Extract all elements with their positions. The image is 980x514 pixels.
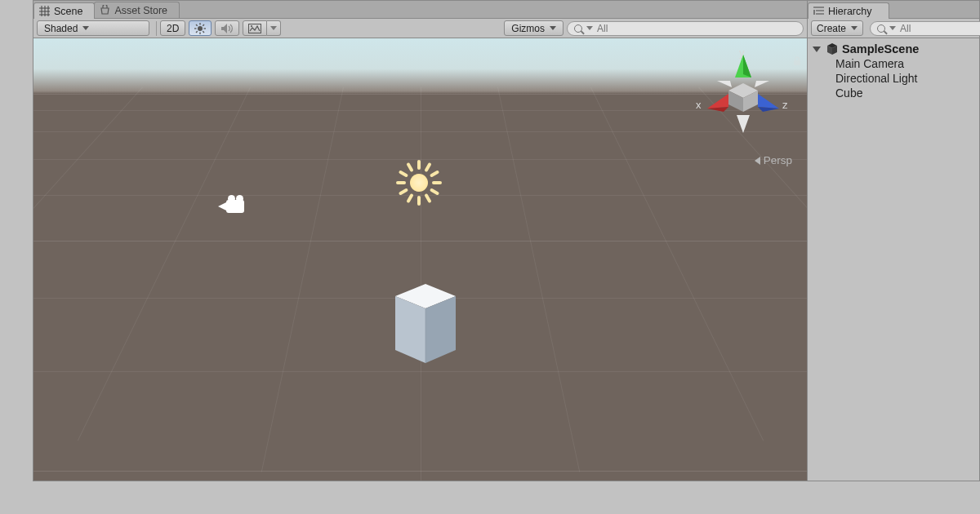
- expand-triangle-icon[interactable]: [813, 47, 821, 52]
- cube-object[interactable]: [386, 281, 465, 366]
- hierarchy-item-cube[interactable]: Cube: [808, 86, 979, 100]
- svg-marker-22: [758, 94, 779, 109]
- svg-rect-9: [249, 24, 261, 33]
- svg-line-8: [203, 24, 205, 26]
- scene-tab-icon: [39, 6, 50, 16]
- tab-scene[interactable]: Scene: [33, 2, 95, 19]
- svg-marker-26: [737, 115, 750, 133]
- scene-toolbar: Shaded 2D: [33, 19, 807, 38]
- tab-hierarchy-label: Hierarchy: [828, 6, 872, 17]
- chevron-down-icon: [270, 26, 277, 30]
- tab-hierarchy[interactable]: Hierarchy: [808, 2, 889, 19]
- hierarchy-search-input[interactable]: [900, 23, 980, 34]
- shading-mode-label: Shaded: [44, 23, 78, 34]
- lighting-toggle-button[interactable]: [189, 20, 212, 36]
- hierarchy-tree[interactable]: SampleScene Main Camera Directional Ligh…: [808, 38, 979, 481]
- audio-icon: [220, 23, 234, 34]
- asset-store-tab-icon: [100, 5, 110, 16]
- scene-tab-row: Scene Asset Store: [33, 1, 807, 19]
- hierarchy-item-label: Main Camera: [835, 57, 904, 70]
- hierarchy-item-directional-light[interactable]: Directional Light: [808, 71, 979, 86]
- hierarchy-item-label: Directional Light: [835, 72, 917, 85]
- toolbar-divider: [156, 21, 157, 36]
- projection-label: Persp: [764, 154, 792, 166]
- hierarchy-item-label: Cube: [835, 86, 862, 100]
- scene-search[interactable]: [567, 21, 804, 36]
- svg-marker-24: [717, 81, 732, 87]
- svg-marker-20: [707, 94, 728, 109]
- svg-point-10: [251, 24, 252, 26]
- svg-line-5: [196, 24, 198, 26]
- hierarchy-panel: Hierarchy Create SampleScene Main Camera: [807, 0, 980, 481]
- audio-toggle-button[interactable]: [215, 20, 239, 36]
- search-icon: [877, 24, 885, 33]
- effects-toggle-button[interactable]: [243, 20, 267, 36]
- scene-panel: Scene Asset Store Shaded 2D: [33, 0, 808, 481]
- svg-line-7: [196, 31, 198, 33]
- gizmo-z-label: z: [782, 99, 788, 111]
- hierarchy-toolbar: Create: [808, 19, 979, 38]
- search-scope-dropdown-icon[interactable]: [586, 26, 593, 30]
- svg-point-0: [198, 26, 203, 31]
- tab-scene-label: Scene: [54, 6, 82, 17]
- image-icon: [248, 24, 261, 33]
- svg-marker-25: [755, 81, 769, 87]
- tab-asset-store[interactable]: Asset Store: [94, 2, 180, 18]
- scene-sky: [33, 38, 807, 94]
- scene-viewport[interactable]: y x z Persp: [33, 38, 807, 481]
- search-icon: [574, 24, 582, 33]
- gizmos-label: Gizmos: [511, 23, 545, 34]
- projection-mode[interactable]: Persp: [755, 154, 792, 166]
- create-label: Create: [817, 23, 846, 34]
- hierarchy-root[interactable]: SampleScene: [808, 42, 979, 56]
- hierarchy-tab-icon: [813, 7, 824, 16]
- svg-line-6: [203, 31, 205, 33]
- gizmos-dropdown[interactable]: Gizmos: [504, 20, 564, 36]
- lock-icon[interactable]: [792, 55, 802, 64]
- camera-gizmo-icon[interactable]: [218, 197, 246, 215]
- unity-scene-icon: [826, 42, 839, 55]
- hierarchy-search[interactable]: [870, 21, 980, 36]
- directional-light-gizmo-icon[interactable]: [396, 160, 442, 206]
- 2d-toggle-button[interactable]: 2D: [160, 20, 185, 36]
- scene-search-input[interactable]: [597, 23, 796, 34]
- effects-dropdown-button[interactable]: [267, 20, 281, 36]
- tab-asset-store-label: Asset Store: [114, 5, 167, 16]
- hierarchy-item-main-camera[interactable]: Main Camera: [808, 56, 979, 71]
- 2d-label: 2D: [167, 23, 179, 34]
- orientation-gizmo[interactable]: y x z: [694, 48, 792, 146]
- hierarchy-root-label: SampleScene: [842, 42, 919, 55]
- create-dropdown[interactable]: Create: [811, 20, 863, 36]
- search-scope-dropdown-icon[interactable]: [889, 26, 896, 30]
- svg-rect-27: [794, 60, 800, 65]
- gizmo-x-label: x: [696, 99, 702, 111]
- shading-mode-dropdown[interactable]: Shaded: [37, 20, 149, 36]
- arrow-left-icon: [755, 157, 760, 165]
- gizmo-y-label: y: [739, 47, 745, 59]
- light-icon: [194, 23, 206, 34]
- hierarchy-tab-row: Hierarchy: [808, 1, 979, 19]
